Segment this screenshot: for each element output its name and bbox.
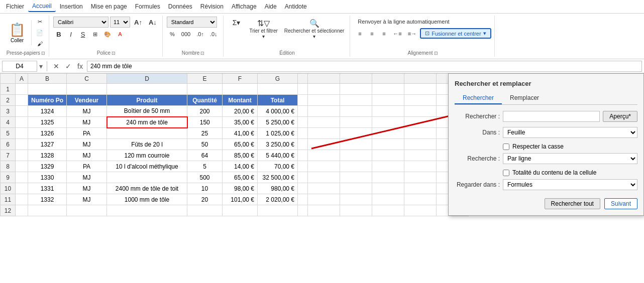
coller-button[interactable]: 📋 Coller [6, 20, 28, 45]
cell-a8[interactable] [16, 161, 28, 172]
row-header-3[interactable]: 3 [1, 106, 16, 117]
cell-i12[interactable] [308, 205, 340, 216]
tab-rechercher[interactable]: Rechercher [455, 92, 502, 104]
cell-c10[interactable]: MJ [67, 183, 107, 194]
cell-c11[interactable]: MJ [67, 194, 107, 205]
cell-b1[interactable] [28, 84, 67, 95]
menu-formules[interactable]: Formules [131, 2, 164, 12]
cell-b5[interactable]: 1326 [28, 128, 67, 139]
couper-button[interactable]: ✂ [34, 17, 46, 27]
respecter-casse-checkbox[interactable] [503, 144, 509, 150]
cell-c9[interactable]: MJ [67, 172, 107, 183]
cell-f1[interactable] [223, 84, 258, 95]
cell-d8[interactable]: 10 l d'alcool méthylique [107, 161, 187, 172]
cell-k4[interactable] [372, 117, 404, 128]
cell-e9[interactable]: 500 [187, 172, 223, 183]
expand-formula-icon[interactable]: ▾ [39, 62, 43, 70]
cell-i6[interactable] [308, 139, 340, 150]
decrease-decimal-button[interactable]: .0↓ [207, 29, 220, 39]
cell-f7[interactable]: 85,00 € [223, 150, 258, 161]
border-button[interactable]: ⊞ [89, 29, 100, 39]
col-header-b[interactable]: B [28, 74, 67, 84]
cell-h12[interactable] [298, 205, 308, 216]
cell-d4[interactable]: 240 mm de tôle [107, 117, 187, 128]
insert-function-icon[interactable]: fx [75, 62, 85, 70]
cell-j11[interactable] [340, 194, 372, 205]
formula-input[interactable] [87, 61, 642, 72]
cell-i1[interactable] [308, 84, 340, 95]
copier-button[interactable]: 📄 [34, 28, 46, 38]
cell-i8[interactable] [308, 161, 340, 172]
cell-b2[interactable]: Numéro Po [28, 95, 67, 106]
cell-g7[interactable]: 5 440,00 € [258, 150, 298, 161]
bold-button[interactable]: B [53, 29, 64, 39]
menu-revision[interactable]: Révision [196, 2, 228, 12]
cell-a3[interactable] [16, 106, 28, 117]
cell-d9[interactable] [107, 172, 187, 183]
decrease-font-button[interactable]: A↓ [146, 17, 159, 27]
cell-d12[interactable] [107, 205, 187, 216]
cell-c1[interactable] [67, 84, 107, 95]
font-color-button[interactable]: A [115, 29, 126, 39]
cell-g9[interactable]: 32 500,00 € [258, 172, 298, 183]
cell-c8[interactable]: PA [67, 161, 107, 172]
cell-f12[interactable] [223, 205, 258, 216]
cell-h6[interactable] [298, 139, 308, 150]
cell-a6[interactable] [16, 139, 28, 150]
cell-l4[interactable] [404, 117, 437, 128]
cell-j8[interactable] [340, 161, 372, 172]
cell-l11[interactable] [404, 194, 437, 205]
cell-e4[interactable]: 150 [187, 117, 223, 128]
cell-j12[interactable] [340, 205, 372, 216]
suivant-button[interactable]: Suivant [604, 198, 637, 209]
cell-b6[interactable]: 1327 [28, 139, 67, 150]
cell-l12[interactable] [404, 205, 437, 216]
cell-a9[interactable] [16, 172, 28, 183]
cell-l1[interactable] [404, 84, 437, 95]
increase-decimal-button[interactable]: .0↑ [194, 29, 206, 39]
cell-h4[interactable] [298, 117, 308, 128]
cell-g3[interactable]: 4 000,00 € [258, 106, 298, 117]
cell-e12[interactable] [187, 205, 223, 216]
tab-remplacer[interactable]: Remplacer [502, 92, 547, 104]
cell-k9[interactable] [372, 172, 404, 183]
col-header-d[interactable]: D [107, 74, 187, 84]
cell-l7[interactable] [404, 150, 437, 161]
cell-l3[interactable] [404, 106, 437, 117]
fill-color-button[interactable]: 🎨 [101, 29, 114, 39]
cell-d7[interactable]: 120 mm courroie [107, 150, 187, 161]
reproduire-button[interactable]: 🖌 [34, 39, 46, 49]
cell-b10[interactable]: 1331 [28, 183, 67, 194]
cell-k10[interactable] [372, 183, 404, 194]
cell-k2[interactable] [372, 95, 404, 106]
cell-e1[interactable] [187, 84, 223, 95]
cell-d2[interactable]: Produit [107, 95, 187, 106]
cell-h2[interactable] [298, 95, 308, 106]
cell-l10[interactable] [404, 183, 437, 194]
col-header-f[interactable]: F [223, 74, 258, 84]
cell-i5[interactable] [308, 128, 340, 139]
col-header-g[interactable]: G [258, 74, 298, 84]
cell-d10[interactable]: 2400 mm de tôle de toit [107, 183, 187, 194]
cell-g11[interactable]: 2 020,00 € [258, 194, 298, 205]
cell-i3[interactable] [308, 106, 340, 117]
cell-j1[interactable] [340, 84, 372, 95]
apercu-button[interactable]: Aperçu* [603, 111, 637, 122]
cancel-formula-icon[interactable]: ✕ [51, 62, 61, 70]
recherche-select[interactable]: Par ligne Par colonne [503, 153, 637, 164]
col-header-i[interactable] [308, 74, 340, 84]
italic-button[interactable]: I [65, 29, 76, 39]
cell-g2[interactable]: Total [258, 95, 298, 106]
row-header-11[interactable]: 11 [1, 194, 16, 205]
align-right-button[interactable]: ≡ [378, 29, 389, 39]
cell-a7[interactable] [16, 150, 28, 161]
row-header-6[interactable]: 6 [1, 139, 16, 150]
menu-fichier[interactable]: Fichier [2, 2, 28, 12]
cell-a11[interactable] [16, 194, 28, 205]
cell-j6[interactable] [340, 139, 372, 150]
row-header-4[interactable]: 4 [1, 117, 16, 128]
cell-e8[interactable]: 5 [187, 161, 223, 172]
percent-button[interactable]: % [167, 29, 178, 39]
cell-h3[interactable] [298, 106, 308, 117]
cell-k5[interactable] [372, 128, 404, 139]
